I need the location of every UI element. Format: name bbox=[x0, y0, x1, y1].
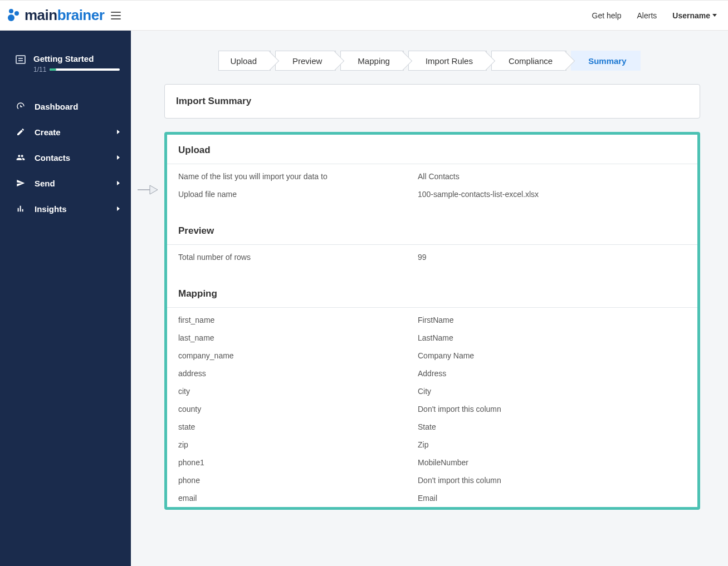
summary-row-key: email bbox=[178, 494, 418, 503]
sidebar-item-label: Create bbox=[35, 127, 61, 137]
chartbar-icon bbox=[16, 204, 26, 214]
gauge-icon bbox=[16, 101, 26, 111]
sidebar-item-create[interactable]: Create bbox=[0, 119, 131, 145]
summary-row-key: last_name bbox=[178, 333, 418, 342]
summary-row: Name of the list you will import your da… bbox=[167, 164, 697, 185]
step-mapping[interactable]: Mapping bbox=[340, 51, 404, 71]
getting-started-title: Getting Started bbox=[33, 54, 120, 63]
chevron-right-icon bbox=[117, 181, 120, 185]
summary-row-key: company_name bbox=[178, 351, 418, 360]
chevron-right-icon bbox=[117, 206, 120, 211]
summary-row-key: address bbox=[178, 369, 418, 378]
summary-row-key: state bbox=[178, 422, 418, 431]
alerts-link[interactable]: Alerts bbox=[637, 11, 657, 20]
summary-row: phone1MobileNumber bbox=[167, 454, 697, 471]
summary-row-value: Company Name bbox=[418, 351, 686, 360]
summary-row: emailEmail bbox=[167, 489, 697, 507]
step-compliance[interactable]: Compliance bbox=[491, 51, 566, 71]
get-help-link[interactable]: Get help bbox=[592, 11, 622, 20]
logo-mark-icon bbox=[6, 8, 21, 23]
summary-row: cityCity bbox=[167, 382, 697, 400]
sidebar-nav: DashboardCreateContactsSendInsights bbox=[0, 93, 131, 222]
section-heading-preview: Preview bbox=[167, 215, 697, 245]
summary-row: Upload file name100-sample-contacts-list… bbox=[167, 185, 697, 203]
summary-row: company_nameCompany Name bbox=[167, 347, 697, 365]
wizard-steps: UploadPreviewMappingImport RulesComplian… bbox=[131, 31, 728, 84]
summary-row-key: county bbox=[178, 405, 418, 414]
summary-row-value: All Contacts bbox=[418, 172, 686, 181]
summary-row-key: Upload file name bbox=[178, 190, 418, 199]
summary-row-key: Total number of rows bbox=[178, 253, 418, 262]
summary-row: zipZip bbox=[167, 436, 697, 454]
summary-row-value: Email bbox=[418, 494, 686, 503]
sidebar-item-label: Insights bbox=[35, 204, 67, 214]
summary-row-key: zip bbox=[178, 440, 418, 449]
summary-row-key: phone bbox=[178, 476, 418, 485]
callout-arrow-icon bbox=[136, 183, 159, 197]
summary-panel: Upload Name of the list you will import … bbox=[164, 132, 700, 510]
sendplane-icon bbox=[16, 178, 26, 188]
getting-started-progress-text: 1/11 bbox=[33, 66, 46, 73]
summary-row: phoneDon't import this column bbox=[167, 471, 697, 489]
summary-row-key: city bbox=[178, 387, 418, 396]
users-icon bbox=[16, 152, 26, 163]
brand-wordmark: mainbrainer bbox=[25, 7, 104, 24]
summary-row: addressAddress bbox=[167, 365, 697, 382]
summary-row-value: Zip bbox=[418, 440, 686, 449]
summary-row: stateState bbox=[167, 418, 697, 436]
chevron-right-icon bbox=[117, 130, 120, 134]
pencil-icon bbox=[16, 127, 26, 137]
summary-row-value: Address bbox=[418, 369, 686, 378]
sidebar-item-contacts[interactable]: Contacts bbox=[0, 145, 131, 170]
sidebar-item-label: Send bbox=[35, 179, 55, 188]
chevron-right-icon bbox=[117, 155, 120, 160]
summary-row-value: Don't import this column bbox=[418, 405, 686, 414]
summary-row-key: phone1 bbox=[178, 458, 418, 467]
summary-row: countyDon't import this column bbox=[167, 400, 697, 418]
top-header: mainbrainer Get help Alerts Username bbox=[0, 0, 728, 31]
sidebar-item-insights[interactable]: Insights bbox=[0, 196, 131, 222]
brand-logo[interactable]: mainbrainer bbox=[6, 7, 104, 24]
caret-down-icon bbox=[712, 14, 717, 17]
summary-row-value: State bbox=[418, 422, 686, 431]
username-menu[interactable]: Username bbox=[672, 11, 717, 20]
menu-toggle-icon[interactable] bbox=[111, 12, 121, 19]
getting-started-progress-bar bbox=[50, 68, 120, 71]
summary-row-value: FirstName bbox=[418, 316, 686, 324]
summary-row-key: Name of the list you will import your da… bbox=[178, 172, 418, 181]
summary-row-value: Don't import this column bbox=[418, 476, 686, 485]
summary-row: last_nameLastName bbox=[167, 329, 697, 347]
sidebar-getting-started[interactable]: Getting Started 1/11 bbox=[0, 47, 131, 80]
summary-row-key: first_name bbox=[178, 316, 418, 324]
summary-row-value: 99 bbox=[418, 253, 686, 262]
step-import-rules[interactable]: Import Rules bbox=[408, 51, 487, 71]
summary-row-value: LastName bbox=[418, 333, 686, 342]
section-heading-upload: Upload bbox=[167, 135, 697, 164]
sidebar-item-send[interactable]: Send bbox=[0, 170, 131, 196]
page-title: Import Summary bbox=[164, 84, 700, 119]
step-preview[interactable]: Preview bbox=[275, 51, 336, 71]
summary-row: Total number of rows99 bbox=[167, 245, 697, 266]
summary-row-value: City bbox=[418, 387, 686, 396]
summary-row: first_nameFirstName bbox=[167, 308, 697, 329]
step-summary[interactable]: Summary bbox=[571, 51, 640, 71]
sidebar-item-label: Dashboard bbox=[35, 102, 78, 111]
section-heading-mapping: Mapping bbox=[167, 278, 697, 308]
sidebar-item-dashboard[interactable]: Dashboard bbox=[0, 93, 131, 119]
sidebar-item-label: Contacts bbox=[35, 153, 70, 163]
main-content: UploadPreviewMappingImport RulesComplian… bbox=[131, 31, 728, 566]
step-upload[interactable]: Upload bbox=[218, 51, 271, 71]
username-label: Username bbox=[672, 11, 710, 20]
checklist-icon bbox=[16, 55, 26, 64]
summary-row-value: MobileNumber bbox=[418, 458, 686, 467]
summary-row-value: 100-sample-contacts-list-excel.xlsx bbox=[418, 190, 686, 199]
sidebar: Getting Started 1/11 DashboardCreateCont… bbox=[0, 31, 131, 566]
